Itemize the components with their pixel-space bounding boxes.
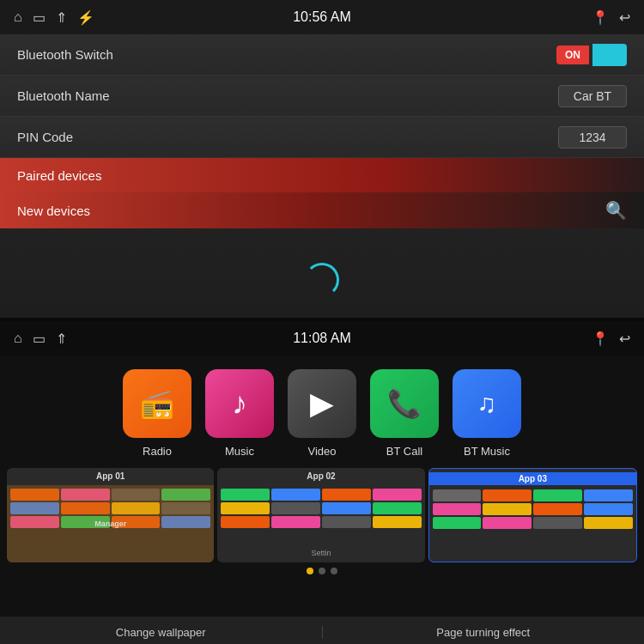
radio-icon-box[interactable]: 📻: [123, 369, 191, 438]
dot-2[interactable]: [319, 568, 325, 574]
thumb-cell: [533, 489, 582, 501]
radio-label: Radio: [143, 445, 172, 458]
bottom-location-icon: 📍: [592, 331, 609, 347]
bottom-panel: ⌂ ▭ ⇑ 11:08 AM 📍 ↩ 📻 Radio ♪ Music ▶: [0, 321, 644, 644]
thumb-app01-manager-label: Manager: [94, 519, 126, 528]
radio-icon: 📻: [140, 387, 174, 420]
status-bar-left-icons: ⌂ ▭ ⇑ ⚡: [14, 9, 94, 26]
thumb-cell: [221, 516, 270, 528]
thumb-cell: [533, 517, 582, 529]
radio-app[interactable]: 📻 Radio: [123, 369, 191, 458]
new-devices-label: New devices: [17, 204, 90, 218]
bottom-status-bar-right: 📍 ↩: [592, 331, 630, 347]
bottom-clock: 11:08 AM: [293, 331, 351, 346]
loading-spinner: [305, 263, 339, 297]
thumb-app02-title: App 02: [217, 471, 424, 481]
thumb-cell: [373, 502, 422, 514]
bluetooth-switch-label: Bluetooth Switch: [17, 47, 113, 62]
music-label: Music: [225, 445, 254, 458]
bottom-bar: Change wallpaper Page turning effect: [0, 617, 644, 644]
usb-icon[interactable]: ⚡: [77, 9, 94, 26]
pin-code-value[interactable]: 1234: [558, 126, 627, 149]
page-dots: [0, 568, 644, 574]
thumb-app02-content: [217, 485, 424, 532]
home-icon[interactable]: ⌂: [14, 9, 22, 25]
bt-call-icon-box[interactable]: 📞: [370, 369, 439, 438]
thumb-cell: [584, 503, 633, 515]
bluetooth-switch-row: Bluetooth Switch ON: [0, 34, 644, 76]
new-devices-row[interactable]: New devices 🔍: [0, 192, 644, 228]
bluetooth-name-value[interactable]: Car BT: [558, 85, 627, 107]
bt-call-app[interactable]: 📞 BT Call: [370, 369, 439, 458]
thumb-cell: [373, 516, 422, 528]
thumb-cell: [271, 516, 320, 528]
status-bar-right-icons: 📍 ↩: [592, 9, 630, 26]
bt-music-icon-box[interactable]: ♫: [453, 369, 521, 438]
music-app[interactable]: ♪ Music: [205, 369, 274, 458]
arrows-icon[interactable]: ⇑: [56, 9, 67, 26]
thumb-app03[interactable]: App 03: [428, 468, 637, 562]
pin-code-label: PIN Code: [17, 130, 73, 144]
music-icon: ♪: [232, 386, 247, 422]
thumbnails-row: App 01 Manager App 02: [0, 468, 644, 562]
thumb-cell: [433, 489, 482, 501]
toggle-teal-track[interactable]: [592, 44, 627, 66]
bt-music-app[interactable]: ♫ BT Music: [453, 369, 521, 458]
loading-area: [0, 228, 644, 331]
video-label: Video: [307, 445, 336, 458]
paired-devices-label: Paired devices: [17, 168, 101, 183]
thumb-app02-settin-label: Settin: [311, 549, 331, 557]
thumb-cell: [322, 502, 371, 514]
thumb-cell: [322, 489, 371, 501]
bottom-screen-icon[interactable]: ▭: [33, 331, 46, 347]
bt-music-icon: ♫: [477, 389, 497, 418]
thumb-app03-title: App 03: [429, 472, 636, 485]
thumb-cell: [584, 489, 633, 501]
thumb-app01[interactable]: App 01 Manager: [7, 468, 214, 562]
change-wallpaper-button[interactable]: Change wallpaper: [0, 626, 323, 639]
thumb-cell: [221, 489, 270, 501]
bluetooth-name-row: Bluetooth Name Car BT: [0, 76, 644, 117]
toggle-on-label[interactable]: ON: [556, 46, 589, 64]
thumb-cell: [433, 503, 482, 515]
thumb-cell: [533, 503, 582, 515]
bluetooth-toggle[interactable]: ON: [556, 44, 627, 66]
thumb-cell: [483, 503, 532, 515]
video-app[interactable]: ▶ Video: [288, 369, 356, 458]
thumb-cell: [373, 489, 422, 501]
screen-icon[interactable]: ▭: [33, 9, 46, 26]
thumb-cell: [271, 489, 320, 501]
back-icon[interactable]: ↩: [619, 9, 630, 26]
thumb-app03-content: [429, 486, 636, 532]
bottom-back-icon[interactable]: ↩: [619, 331, 630, 347]
bottom-home-icon[interactable]: ⌂: [14, 331, 22, 346]
dot-1[interactable]: [307, 568, 313, 574]
pin-code-row: PIN Code 1234: [0, 117, 644, 158]
top-clock: 10:56 AM: [293, 9, 351, 25]
search-icon[interactable]: 🔍: [605, 200, 627, 221]
music-icon-box[interactable]: ♪: [205, 369, 274, 438]
bottom-status-bar: ⌂ ▭ ⇑ 11:08 AM 📍 ↩: [0, 321, 644, 355]
thumb-cell: [221, 502, 270, 514]
apps-grid: 📻 Radio ♪ Music ▶ Video 📞 BT Call ♫: [0, 355, 644, 468]
video-icon: ▶: [310, 386, 334, 422]
thumb-app01-title: App 01: [7, 471, 214, 481]
location-icon: 📍: [592, 9, 609, 26]
bottom-status-bar-left: ⌂ ▭ ⇑: [14, 331, 67, 347]
page-turning-effect-button[interactable]: Page turning effect: [323, 626, 645, 639]
thumb-cell: [584, 517, 633, 529]
paired-devices-header[interactable]: Paired devices: [0, 158, 644, 192]
thumb-cell: [483, 517, 532, 529]
top-panel: ⌂ ▭ ⇑ ⚡ 10:56 AM 📍 ↩ Bluetooth Switch ON…: [0, 0, 644, 318]
bt-call-label: BT Call: [386, 445, 422, 458]
thumb-app02-label: Settin: [217, 544, 424, 559]
thumb-cell: [271, 502, 320, 514]
video-icon-box[interactable]: ▶: [288, 369, 356, 438]
thumb-app01-overlay: Manager: [7, 485, 214, 562]
thumb-cell: [433, 517, 482, 529]
dot-3[interactable]: [331, 568, 337, 574]
bottom-arrows-icon[interactable]: ⇑: [56, 331, 67, 347]
bluetooth-name-label: Bluetooth Name: [17, 88, 110, 103]
bt-music-label: BT Music: [464, 445, 510, 458]
thumb-app02[interactable]: App 02 Settin: [217, 468, 424, 562]
